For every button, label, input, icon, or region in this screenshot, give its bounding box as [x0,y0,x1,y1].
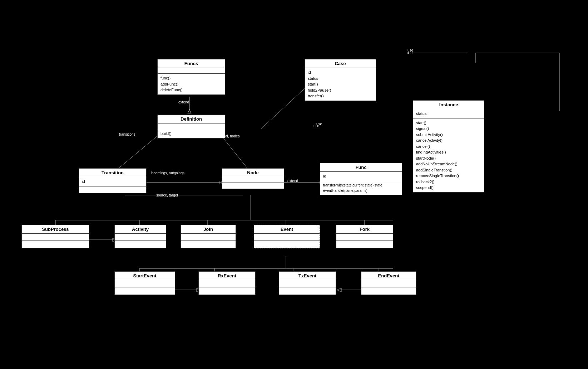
txevent-class: TxEvent [279,271,336,295]
funcs-class: Funcs func() addFunc() deleteFunc() [157,59,225,95]
instance-section1: status [413,109,484,118]
diagram-container: use use F [0,0,588,369]
startevent-section1 [115,280,175,287]
subprocess-section1 [22,234,89,241]
endevent-title: EndEvent [361,272,416,280]
definition-section2: build() [158,129,225,138]
initial-nodes-label: initial, nodes [220,134,240,138]
case-section1: id status start() hold2Pause() transfer(… [305,68,376,101]
activity-section1 [115,234,166,241]
activity-title: Activity [115,225,166,234]
event-class: Event [254,225,320,248]
endevent-section2 [361,287,416,295]
case-class: Case id status start() hold2Pause() tran… [305,59,376,101]
endevent-class: EndEvent [361,271,416,295]
funcs-section1 [158,68,225,74]
event-title: Event [254,225,320,234]
event-section2 [254,241,320,248]
func-title: Func [320,163,402,172]
node-class: Node [222,168,284,189]
fork-section1 [336,234,393,241]
extend2-label: extend [287,179,298,183]
use1-label: use [313,124,319,128]
instance-title: Instance [413,101,484,109]
definition-title: Definition [158,115,225,123]
rxevent-title: RxEvent [199,272,255,280]
case-title: Case [305,59,376,68]
join-class: Join [181,225,236,248]
transition-title: Transition [79,169,146,177]
funcs-section2: func() addFunc() deleteFunc() [158,74,225,94]
svg-line-11 [261,86,307,129]
incomings-outgoings-label: incomings, outgoings [151,171,184,175]
transitions-label: transitions [119,132,135,136]
txevent-section1 [279,280,336,287]
join-section2 [181,241,236,248]
activity-class: Activity [114,225,166,248]
definition-section1 [158,123,225,129]
transition-section2 [79,186,146,193]
instance-class: Instance status start() signal() submitA… [413,100,484,193]
instance-section2: start() signal() submitActivity() cancel… [413,118,484,192]
func-class: Func id transfer(with:state,current:stat… [320,163,402,195]
startevent-title: StartEvent [115,272,175,280]
rxevent-class: RxEvent [198,271,256,295]
definition-class: Definition build() [157,115,225,139]
func-section2: transfer(with:state,current:state):state… [320,181,402,195]
transition-class: Transition id [79,168,147,193]
node-section1 [222,177,284,183]
txevent-title: TxEvent [279,272,336,280]
svg-line-2 [114,136,157,172]
join-section1 [181,234,236,241]
fork-section2 [336,241,393,248]
fork-class: Fork [336,225,393,248]
fork-title: Fork [336,225,393,234]
extend1-label: extend [178,100,189,104]
subprocess-class: SubProcess [21,225,89,248]
startevent-section2 [115,287,175,295]
startevent-class: StartEvent [114,271,175,295]
func-section1: id [320,172,402,181]
node-title: Node [222,169,284,177]
node-section2 [222,183,284,189]
event-section1 [254,234,320,241]
rxevent-section2 [199,287,255,295]
funcs-title: Funcs [158,59,225,68]
use2-label: use [407,51,412,55]
activity-section2 [115,241,166,248]
transition-section1: id [79,177,146,186]
join-title: Join [181,225,236,234]
subprocess-section2 [22,241,89,248]
subprocess-title: SubProcess [22,225,89,234]
endevent-section1 [361,280,416,287]
txevent-section2 [279,287,336,295]
source-target-label: source, target [156,193,178,197]
svg-line-4 [222,136,250,172]
rxevent-section1 [199,280,255,287]
